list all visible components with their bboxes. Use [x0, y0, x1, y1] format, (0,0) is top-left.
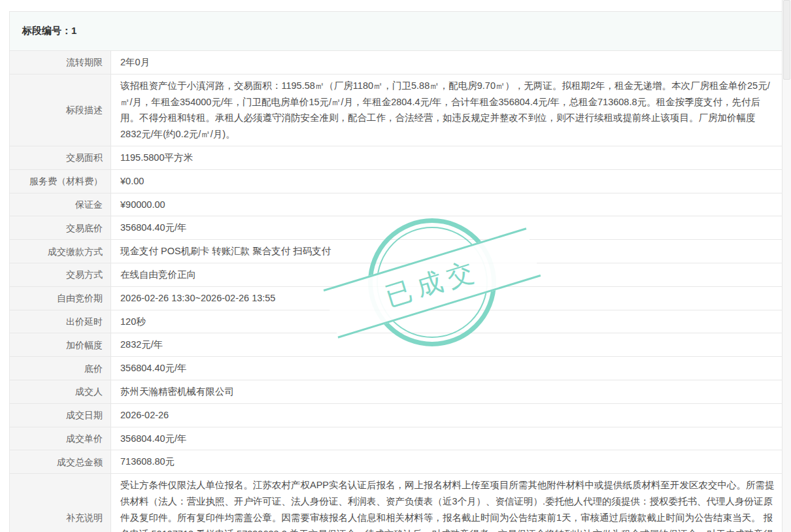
row-value: 2026-02-26: [111, 404, 782, 427]
row-value: 713608.80元: [111, 450, 782, 473]
page: 标段编号：1 流转期限2年0月标段描述该招租资产位于小滇河路，交易面积：1195…: [0, 0, 791, 532]
table-row: 保证金¥90000.00: [10, 193, 782, 217]
row-label: 补充说明: [10, 474, 111, 532]
row-label: 自由竞价期: [10, 287, 111, 310]
panel-header: 标段编号：1: [10, 12, 782, 51]
row-value: 该招租资产位于小滇河路，交易面积：1195.58㎡（厂房1180㎡，门卫5.88…: [111, 75, 782, 146]
table-row: 出价延时120秒: [10, 310, 782, 334]
row-value: 356804.40元/年: [111, 357, 782, 380]
row-label: 出价延时: [10, 310, 111, 333]
row-label: 成交缴款方式: [10, 240, 111, 263]
table-row: 底价356804.40元/年: [10, 357, 782, 380]
row-label: 成交人: [10, 380, 111, 403]
row-label: 成交单价: [10, 427, 111, 450]
row-value: 2832元/年: [111, 333, 782, 356]
table-row: 成交缴款方式现金支付 POS机刷卡 转账汇款 聚合支付 扫码支付: [10, 240, 782, 263]
row-label: 加价幅度: [10, 333, 111, 356]
table-row: 服务费（材料费）¥0.00: [10, 170, 782, 193]
row-value: 现金支付 POS机刷卡 转账汇款 聚合支付 扫码支付: [111, 240, 782, 263]
row-value: 1195.5800平方米: [111, 146, 782, 169]
row-value: 120秒: [111, 310, 782, 333]
row-value: 苏州天瀚精密机械有限公司: [111, 380, 782, 403]
row-label: 成交日期: [10, 404, 111, 427]
row-value: 受让方条件仅限法人单位报名。江苏农村产权APP实名认证后报名，网上报名材料上传至…: [111, 474, 782, 532]
table-row: 成交总金额713608.80元: [10, 450, 782, 474]
table-row: 交易方式在线自由竞价正向: [10, 263, 782, 287]
table-row: 标段描述该招租资产位于小滇河路，交易面积：1195.58㎡（厂房1180㎡，门卫…: [10, 75, 782, 146]
vertical-scrollbar[interactable]: [782, 0, 791, 532]
row-label: 交易面积: [10, 146, 111, 169]
table-row: 交易面积1195.5800平方米: [10, 146, 782, 170]
row-value: 在线自由竞价正向: [111, 263, 782, 286]
table-row: 流转期限2年0月: [10, 51, 782, 75]
row-label: 交易底价: [10, 216, 111, 239]
table-row: 成交单价356804.40元/年: [10, 427, 782, 451]
table-row: 成交日期2026-02-26: [10, 404, 782, 427]
table-row: 成交人苏州天瀚精密机械有限公司: [10, 380, 782, 404]
table-row: 补充说明受让方条件仅限法人单位报名。江苏农村产权APP实名认证后报名，网上报名材…: [10, 474, 782, 532]
row-label: 标段描述: [10, 75, 111, 146]
row-value: 356804.40元/年: [111, 216, 782, 239]
row-label: 交易方式: [10, 263, 111, 286]
row-label: 流转期限: [10, 51, 111, 74]
table-row: 自由竞价期2026-02-26 13:30~2026-02-26 13:55: [10, 287, 782, 310]
page-title: 标段编号：1: [22, 25, 76, 36]
row-label: 底价: [10, 357, 111, 380]
table-row: 加价幅度2832元/年: [10, 333, 782, 357]
row-label: 保证金: [10, 193, 111, 216]
row-value: ¥90000.00: [111, 193, 782, 216]
detail-table: 流转期限2年0月标段描述该招租资产位于小滇河路，交易面积：1195.58㎡（厂房…: [10, 51, 782, 532]
row-value: 356804.40元/年: [111, 427, 782, 450]
row-label: 成交总金额: [10, 450, 111, 473]
lot-detail-panel: 标段编号：1 流转期限2年0月标段描述该招租资产位于小滇河路，交易面积：1195…: [9, 11, 783, 532]
row-value: 2026-02-26 13:30~2026-02-26 13:55: [111, 287, 782, 310]
row-value: ¥0.00: [111, 170, 782, 193]
table-row: 交易底价356804.40元/年: [10, 216, 782, 240]
row-value: 2年0月: [111, 51, 782, 74]
row-label: 服务费（材料费）: [10, 170, 111, 193]
scrollbar-thumb[interactable]: [783, 0, 790, 80]
